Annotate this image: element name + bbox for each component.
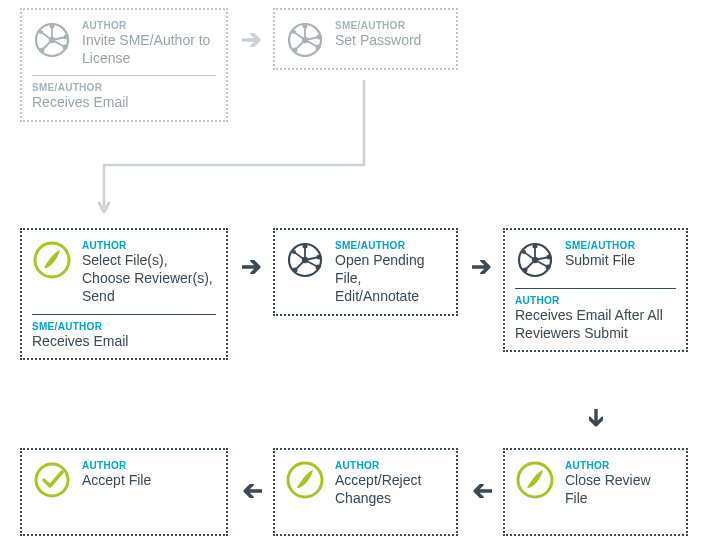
box-set-password: SME/AUTHOR Set Password	[273, 8, 458, 70]
box-accept-file: AUTHOR Accept File	[20, 448, 228, 536]
card-text: SME/AUTHOR Submit File	[565, 240, 676, 269]
box-accept-reject: AUTHOR Accept/Reject Changes	[273, 448, 458, 536]
card-title: Open Pending File, Edit/Annotate	[335, 251, 446, 306]
feather-icon	[32, 240, 72, 280]
feather-icon	[285, 460, 325, 500]
arrow-right-icon	[237, 260, 267, 274]
card-body: SME/AUTHOR Set Password	[285, 20, 446, 60]
card-text: SME/AUTHOR Set Password	[335, 20, 446, 49]
role-label: SME/AUTHOR	[32, 321, 216, 332]
role-label: AUTHOR	[335, 460, 446, 471]
arrow-left-icon	[237, 484, 267, 498]
card-title: Close Review File	[565, 471, 676, 507]
role-label: AUTHOR	[82, 460, 216, 471]
card-title: Accept File	[82, 471, 216, 489]
role-label: SME/AUTHOR	[335, 20, 446, 31]
role-label: SME/AUTHOR	[565, 240, 676, 251]
feather-icon	[515, 460, 555, 500]
network-icon	[285, 20, 325, 60]
box-open-pending: SME/AUTHOR Open Pending File, Edit/Annot…	[273, 228, 458, 316]
network-icon	[285, 240, 325, 280]
card-body: SME/AUTHOR Submit File	[515, 240, 676, 280]
connector-elbow-icon	[96, 80, 371, 225]
card-body: AUTHOR Invite SME/Author to License	[32, 20, 216, 67]
network-icon	[32, 20, 72, 60]
card-title: Set Password	[335, 31, 446, 49]
sub-text: Receives Email	[32, 332, 216, 350]
card-text: AUTHOR Invite SME/Author to License	[82, 20, 216, 67]
card-text: AUTHOR Select File(s), Choose Reviewer(s…	[82, 240, 216, 306]
card-body: AUTHOR Close Review File	[515, 460, 676, 507]
card-title: Invite SME/Author to License	[82, 31, 216, 67]
box-close-review: AUTHOR Close Review File	[503, 448, 688, 536]
role-label: AUTHOR	[82, 240, 216, 251]
card-body: SME/AUTHOR Open Pending File, Edit/Annot…	[285, 240, 446, 306]
divider	[515, 288, 676, 289]
role-label: AUTHOR	[82, 20, 216, 31]
box-select-files: AUTHOR Select File(s), Choose Reviewer(s…	[20, 228, 228, 360]
card-body: AUTHOR Select File(s), Choose Reviewer(s…	[32, 240, 216, 306]
role-label: AUTHOR	[515, 295, 676, 306]
card-title: Select File(s), Choose Reviewer(s), Send	[82, 251, 216, 306]
card-text: AUTHOR Accept/Reject Changes	[335, 460, 446, 507]
arrow-right-icon	[237, 32, 267, 48]
arrow-left-icon	[467, 484, 497, 498]
box-submit-file: SME/AUTHOR Submit File AUTHOR Receives E…	[503, 228, 688, 352]
divider	[32, 75, 216, 76]
network-icon	[515, 240, 555, 280]
arrow-down-icon	[588, 405, 604, 435]
card-body: AUTHOR Accept/Reject Changes	[285, 460, 446, 507]
card-title: Submit File	[565, 251, 676, 269]
sub-text: Receives Email After All Reviewers Submi…	[515, 306, 676, 342]
role-label: AUTHOR	[565, 460, 676, 471]
divider	[32, 314, 216, 315]
role-label: SME/AUTHOR	[335, 240, 446, 251]
card-body: AUTHOR Accept File	[32, 460, 216, 500]
arrow-right-icon	[467, 260, 497, 274]
card-text: AUTHOR Close Review File	[565, 460, 676, 507]
card-text: SME/AUTHOR Open Pending File, Edit/Annot…	[335, 240, 446, 306]
card-text: AUTHOR Accept File	[82, 460, 216, 489]
check-icon	[32, 460, 72, 500]
card-title: Accept/Reject Changes	[335, 471, 446, 507]
